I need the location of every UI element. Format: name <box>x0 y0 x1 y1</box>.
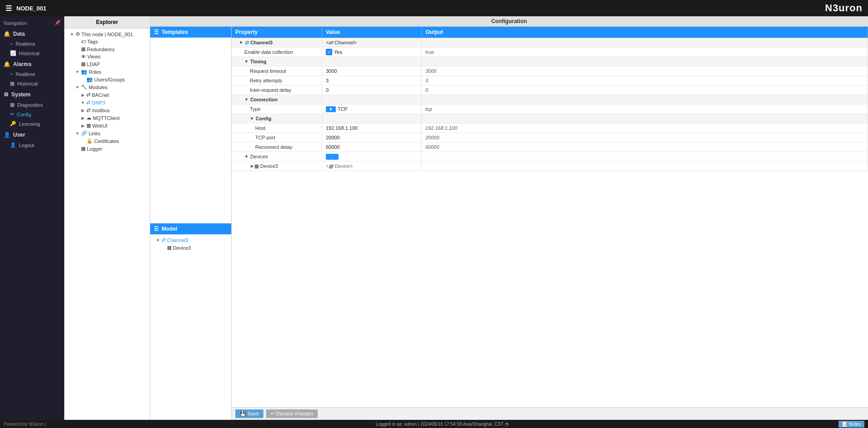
enable-data-label: Enable data collection <box>244 49 293 55</box>
type-select[interactable]: ▼ <box>326 106 336 112</box>
prop-cell-device3-output <box>422 162 868 171</box>
inter-request-output: 0 <box>425 87 428 93</box>
prop-row-enable-data: Enable data collection ✓ Yes true <box>232 48 868 57</box>
prop-row-devices: ▼ Devices ... <box>232 152 868 162</box>
model-label-channel3[interactable]: Channel3 <box>167 238 188 243</box>
user-icon: 👤 <box>4 132 10 138</box>
prop-cell-enable-data-value[interactable]: ✓ Yes <box>322 48 422 57</box>
tree-item-tags[interactable]: 🏷 Tags <box>64 38 150 45</box>
prop-cell-host-value[interactable]: 192.168.1.100 <box>322 124 422 133</box>
notes-button[interactable]: 📝 Notes <box>839 421 864 428</box>
tree-label-modbus: modbus <box>92 108 110 113</box>
prop-cell-reconnect-value[interactable]: 60000 <box>322 143 422 152</box>
licensing-label: Licensing <box>19 121 40 127</box>
tree-label-mqttclient: MQTTClient <box>93 115 119 121</box>
sidebar-item-licensing[interactable]: 🔑 Licensing <box>0 119 64 128</box>
links-icon: 🔗 <box>81 130 87 136</box>
model-item-channel3[interactable]: ▼ ⇄ Channel3 <box>150 236 231 244</box>
reconnect-output: 60000 <box>425 144 439 150</box>
devices-label: Devices <box>250 154 268 159</box>
tree-item-logger[interactable]: ▦ Logger <box>64 145 150 152</box>
model-tree: ▼ ⇄ Channel3 ▦ Device3 <box>150 234 231 420</box>
status-label: Logged in as: admin | 2024/08/16 17:54:3… <box>376 422 509 427</box>
prop-cell-tcp-port-value[interactable]: 20000 <box>322 133 422 142</box>
tree-item-certificates[interactable]: 🔒 Certificates <box>64 137 150 145</box>
prop-cell-request-timeout-value[interactable]: 3000 <box>322 67 422 76</box>
prop-cell-timing-value <box>322 57 422 66</box>
tree-item-modbus[interactable]: ▶ ⇄ modbus <box>64 106 150 114</box>
app-logo: N3uron <box>825 2 863 14</box>
prop-cell-inter-request-name: Inter-request delay <box>232 86 322 95</box>
pin-icon: 📌 <box>54 20 61 26</box>
props-body: ▼ ⇄ Channel3 <⇄ Channel> Enable data col… <box>232 38 868 407</box>
sidebar-item-historical[interactable]: 📈 Historical <box>0 48 64 58</box>
config-section-label: Config <box>256 116 272 121</box>
inter-request-value: 0 <box>326 87 329 93</box>
sidebar-item-config[interactable]: ✏ Config <box>0 109 64 119</box>
tree-item-dnp3[interactable]: ▼ ⇄ DNP3 <box>64 99 150 106</box>
prop-cell-devices-value[interactable]: ... <box>322 152 422 161</box>
prop-cell-connection-value <box>322 95 422 104</box>
model-item-device3[interactable]: ▦ Device3 <box>150 244 231 252</box>
sidebar-item-realtime[interactable]: ~ Realtime <box>0 39 64 48</box>
tree-item-ldap[interactable]: ▦ LDAP <box>64 60 150 68</box>
prop-row-reconnect-delay: Reconnect delay 60000 60000 <box>232 143 868 152</box>
alarms-realtime-icon: ~ <box>10 71 13 77</box>
hamburger-icon[interactable]: ☰ <box>5 4 12 13</box>
prop-cell-type-value[interactable]: ▼ TCP <box>322 105 422 114</box>
channel3-icon-small: ⇄ <box>245 40 249 46</box>
tree-item-bacnet[interactable]: ▶ ⇄ BACnet <box>64 91 150 99</box>
nav-section-user: 👤 User 👤 Logout <box>0 129 64 150</box>
topbar: ☰ NODE_001 N3uron <box>0 0 868 16</box>
tree-item-this-node[interactable]: ▼ ⚙ This node | NODE_001 <box>64 30 150 38</box>
prop-cell-channel3-value: <⇄ Channel> <box>322 38 422 47</box>
tree-item-mqttclient[interactable]: ▶ ☁ MQTTClient <box>64 114 150 122</box>
discard-button[interactable]: ↩ Discard changes <box>266 409 318 418</box>
tree-label-roles: Roles <box>89 69 101 75</box>
device3-label: Device3 <box>260 163 278 169</box>
nav-user-label: User <box>13 132 25 138</box>
tags-icon: 🏷 <box>81 39 86 44</box>
prop-cell-reconnect-output: 60000 <box>422 143 868 152</box>
action-bar: 💾 Save ↩ Discard changes <box>232 407 868 420</box>
prop-cell-tcp-port-output: 20000 <box>422 133 868 142</box>
channel3-icon: ⇄ <box>162 237 166 243</box>
licensing-icon: 🔑 <box>10 121 16 127</box>
host-output: 192.168.1.100 <box>425 125 457 131</box>
section-arrow-timing: ▼ <box>244 59 248 64</box>
enable-data-checkbox[interactable]: ✓ <box>326 49 332 55</box>
sidebar-item-alarms-historical[interactable]: ▦ Historical <box>0 79 64 88</box>
sidebar-item-alarms-realtime[interactable]: ~ Realtime <box>0 70 64 79</box>
nav-section-user-title[interactable]: 👤 User <box>0 129 64 140</box>
prop-cell-inter-request-output: 0 <box>422 86 868 95</box>
tree-item-roles[interactable]: ▼ 👥 Roles <box>64 68 150 76</box>
tree-item-webui[interactable]: ▶ ▦ WebUI <box>64 122 150 129</box>
tree-item-views[interactable]: 👁 Views <box>64 53 150 60</box>
tree-label-dnp3: DNP3 <box>92 100 105 105</box>
sidebar-item-diagnostics[interactable]: ▦ Diagnostics <box>0 100 64 109</box>
section-arrow-devices: ▼ <box>244 154 248 159</box>
devices-ellipsis-btn[interactable]: ... <box>326 154 339 160</box>
logout-label: Logout <box>19 143 34 148</box>
nav-section-data-title[interactable]: 🔔 Data <box>0 29 64 39</box>
sidebar-item-logout[interactable]: 👤 Logout <box>0 140 64 150</box>
nav-system-label: System <box>11 91 31 98</box>
system-gear-icon: ⚙ <box>4 91 9 98</box>
tree-item-redundancy[interactable]: ▦ Redundancy <box>64 45 150 53</box>
prop-cell-retry-value[interactable]: 3 <box>322 76 422 85</box>
model-header: ☰ Model <box>150 224 231 234</box>
nav-section-alarms-title[interactable]: 🔔 Alarms <box>0 59 64 70</box>
prop-cell-inter-request-value[interactable]: 0 <box>322 86 422 95</box>
tree-item-links[interactable]: ▼ 🔗 Links <box>64 129 150 137</box>
tree-item-users-groups[interactable]: 👥 Users/Groups <box>64 76 150 83</box>
tree-item-modules[interactable]: ▼ 🔧 Modules <box>64 83 150 91</box>
nav-alarms-label: Alarms <box>13 61 32 67</box>
prop-row-channel3: ▼ ⇄ Channel3 <⇄ Channel> <box>232 38 868 48</box>
prop-cell-config-section-output <box>422 114 868 123</box>
prop-row-timing: ▼ Timing <box>232 57 868 67</box>
type-value: TCP <box>338 106 348 112</box>
save-button[interactable]: 💾 Save <box>235 409 263 418</box>
diagnostics-label: Diagnostics <box>17 102 43 108</box>
nav-data-label: Data <box>13 31 25 37</box>
nav-section-system-title[interactable]: ⚙ System <box>0 89 64 100</box>
